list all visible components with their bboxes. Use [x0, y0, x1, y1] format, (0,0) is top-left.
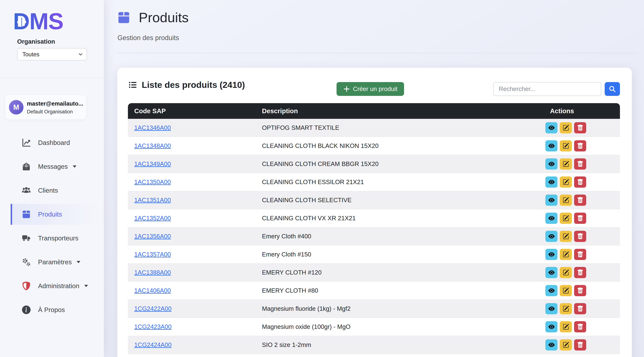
product-code-link[interactable]: 1AC1357A00 — [134, 251, 171, 258]
pencil-square-icon — [563, 161, 569, 167]
view-button[interactable] — [545, 267, 558, 278]
sidebar-item-clients[interactable]: Clients — [11, 180, 104, 201]
delete-button[interactable] — [574, 285, 586, 296]
view-button[interactable] — [545, 303, 558, 314]
view-button[interactable] — [545, 158, 558, 170]
delete-button[interactable] — [574, 195, 586, 206]
product-code-link[interactable]: 1AC1356A00 — [134, 233, 171, 240]
trash-icon — [577, 305, 584, 312]
view-button[interactable] — [545, 339, 558, 350]
pencil-square-icon — [563, 342, 569, 348]
product-description: Emery Cloth #150 — [256, 251, 539, 258]
eye-icon — [548, 342, 555, 348]
edit-button[interactable] — [560, 122, 572, 133]
delete-button[interactable] — [574, 122, 586, 133]
delete-button[interactable] — [574, 213, 586, 224]
sidebar-item-administration[interactable]: Administration — [11, 275, 104, 296]
edit-button[interactable] — [560, 249, 572, 260]
edit-button[interactable] — [560, 321, 572, 332]
view-button[interactable] — [545, 231, 558, 242]
edit-button[interactable] — [560, 267, 572, 278]
view-button[interactable] — [545, 122, 558, 133]
delete-button[interactable] — [574, 267, 586, 278]
product-code-link[interactable]: 1AC1406A00 — [134, 287, 171, 294]
table-row: 1AC1350A00 CLEANING CLOTH ESSILOR 21X21 — [128, 173, 620, 191]
edit-button[interactable] — [560, 176, 572, 188]
sidebar-item-messages[interactable]: Messages — [11, 156, 104, 177]
product-description: OPTIFOG SMART TEXTILE — [256, 124, 539, 131]
trash-icon — [577, 125, 584, 131]
page-subtitle: Gestion des produits — [118, 34, 179, 42]
edit-button[interactable] — [560, 339, 572, 350]
sidebar: DMS Organisation Toutes M master@emailau… — [0, 0, 104, 357]
delete-button[interactable] — [574, 176, 586, 188]
user-card[interactable]: M master@emailauto... Default Organisati… — [5, 95, 86, 119]
delete-button[interactable] — [574, 303, 586, 314]
delete-button[interactable] — [574, 339, 586, 350]
view-button[interactable] — [545, 285, 558, 296]
edit-button[interactable] — [560, 231, 572, 242]
table-row: 1AC1356A00 Emery Cloth #400 — [128, 227, 620, 245]
app-logo: DMS — [13, 9, 64, 34]
product-code-link[interactable]: 1AC1350A00 — [134, 179, 171, 185]
create-product-button[interactable]: Créer un produit — [336, 82, 404, 96]
view-button[interactable] — [545, 176, 558, 188]
sidebar-item-transporteurs[interactable]: Transporteurs — [11, 228, 104, 249]
product-code-link[interactable]: 1AC1352A00 — [134, 215, 171, 222]
search-button[interactable] — [605, 82, 620, 96]
chart-icon — [22, 138, 30, 147]
delete-button[interactable] — [574, 249, 586, 260]
product-description: Magnesium oxide (100gr) - MgO — [256, 323, 539, 330]
delete-button[interactable] — [574, 140, 586, 151]
edit-button[interactable] — [560, 158, 572, 170]
product-description: SIO 2 size 1-2mm — [256, 341, 539, 348]
table-row: 1AC1348A00 CLEANING CLOTH BLACK NIKON 15… — [128, 137, 620, 155]
product-code-link[interactable]: 1AC1351A00 — [134, 197, 171, 203]
eye-icon — [548, 125, 555, 131]
shield-icon — [22, 282, 30, 290]
search-input[interactable] — [493, 82, 601, 96]
product-code-link[interactable]: 1CG2423A00 — [134, 323, 172, 330]
organisation-select[interactable]: Toutes — [17, 48, 87, 61]
trash-icon — [577, 143, 584, 149]
edit-button[interactable] — [560, 140, 572, 151]
edit-button[interactable] — [560, 195, 572, 206]
product-code-link[interactable]: 1AC1349A00 — [134, 160, 171, 167]
eye-icon — [548, 287, 555, 294]
product-description: EMERY CLOTH #120 — [256, 269, 539, 276]
people-icon — [22, 186, 30, 195]
product-code-link[interactable]: 1CG2424A00 — [134, 341, 172, 348]
sidebar-item-parametres[interactable]: Paramètres — [11, 252, 104, 272]
mail-icon — [22, 162, 30, 171]
sidebar-item-label: Transporteurs — [38, 234, 78, 242]
table-row: 1AC1388A00 EMERY CLOTH #120 — [128, 263, 620, 282]
sidebar-item-label: Clients — [38, 187, 58, 194]
delete-button[interactable] — [574, 158, 586, 170]
delete-button[interactable] — [574, 231, 586, 242]
view-button[interactable] — [545, 321, 558, 332]
delete-button[interactable] — [574, 321, 586, 332]
sidebar-item-produits[interactable]: Produits — [11, 204, 104, 225]
sidebar-item-a-propos[interactable]: À Propos — [11, 299, 104, 320]
product-code-link[interactable]: 1AC1348A00 — [134, 142, 171, 149]
trash-icon — [577, 287, 584, 294]
edit-button[interactable] — [560, 303, 572, 314]
product-code-link[interactable]: 1AC1388A00 — [134, 269, 171, 276]
sidebar-item-dashboard[interactable]: Dashboard — [11, 132, 104, 153]
product-code-link[interactable]: 1AC1346A00 — [134, 124, 171, 131]
product-code-link[interactable]: 1CG2422A00 — [134, 305, 172, 312]
pencil-square-icon — [563, 215, 569, 221]
edit-button[interactable] — [560, 285, 572, 296]
product-description: CLEANING CLOTH SELECTIVE — [256, 197, 539, 204]
product-description: EMERY CLOTH #80 — [256, 287, 539, 294]
trash-icon — [577, 233, 584, 239]
view-button[interactable] — [545, 249, 558, 260]
view-button[interactable] — [545, 140, 558, 151]
view-button[interactable] — [545, 195, 558, 206]
product-description: CLEANING CLOTH CREAM BBGR 15X20 — [256, 160, 539, 168]
edit-button[interactable] — [560, 213, 572, 224]
products-table: Code SAP Description Actions 1AC1346A00 … — [128, 103, 620, 357]
column-header-description: Description — [256, 107, 539, 115]
view-button[interactable] — [545, 213, 558, 224]
sidebar-item-label: Dashboard — [38, 139, 70, 146]
